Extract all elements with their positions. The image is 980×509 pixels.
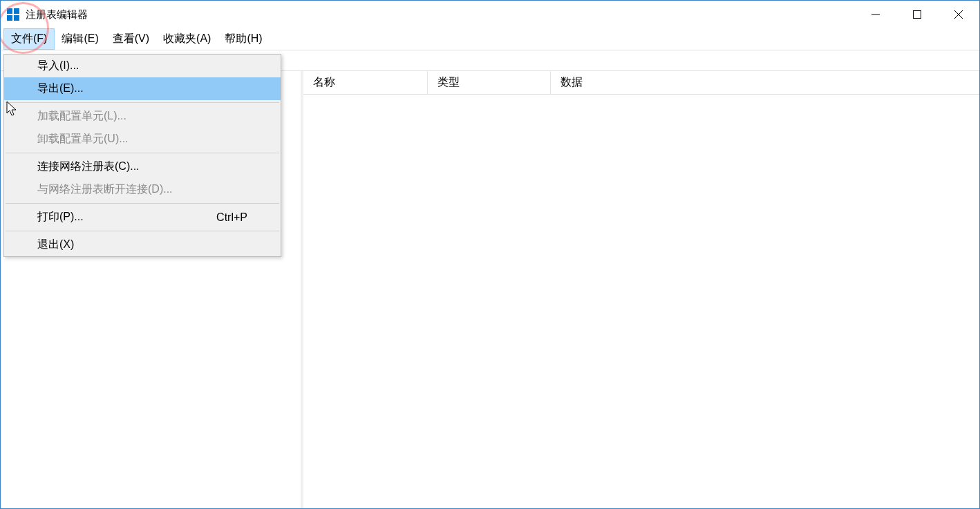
menubar: 文件(F) 编辑(E) 查看(V) 收藏夹(A) 帮助(H) [1, 28, 979, 50]
svg-rect-3 [14, 15, 19, 21]
menu-connect-network[interactable]: 连接网络注册表(C)... [4, 155, 281, 178]
menu-connect-network-label: 连接网络注册表(C)... [37, 160, 140, 174]
menu-export-label: 导出(E)... [37, 81, 84, 96]
close-button[interactable] [938, 1, 979, 28]
column-header-type[interactable]: 类型 [428, 71, 551, 94]
menu-separator [6, 231, 279, 231]
menu-separator [6, 102, 279, 103]
list-header: 名称 类型 数据 [303, 71, 979, 95]
menu-unload-hive: 卸载配置单元(U)... [4, 128, 281, 151]
menu-disconnect-network-label: 与网络注册表断开连接(D)... [37, 182, 173, 197]
menu-separator [6, 153, 279, 153]
menu-help[interactable]: 帮助(H) [218, 29, 269, 49]
file-dropdown-menu: 导入(I)... 导出(E)... 加载配置单元(L)... 卸载配置单元(U)… [3, 54, 281, 257]
menu-separator [6, 203, 279, 204]
column-header-data[interactable]: 数据 [551, 71, 862, 94]
menu-exit-label: 退出(X) [37, 238, 74, 252]
menu-print-shortcut: Ctrl+P [216, 211, 247, 224]
menu-unload-hive-label: 卸载配置单元(U)... [37, 132, 129, 146]
list-panel: 名称 类型 数据 [303, 71, 979, 508]
titlebar: 注册表编辑器 [1, 1, 979, 28]
menu-import-label: 导入(I)... [37, 59, 79, 73]
column-header-name[interactable]: 名称 [303, 71, 428, 94]
minimize-button[interactable] [855, 1, 896, 28]
svg-rect-2 [7, 15, 12, 21]
menu-view[interactable]: 查看(V) [106, 29, 156, 49]
window-title: 注册表编辑器 [26, 8, 855, 21]
menu-file[interactable]: 文件(F) [3, 28, 55, 50]
svg-rect-5 [914, 11, 921, 19]
menu-edit[interactable]: 编辑(E) [55, 29, 105, 49]
svg-rect-0 [7, 8, 12, 14]
maximize-button[interactable] [896, 1, 938, 28]
menu-load-hive: 加载配置单元(L)... [4, 105, 281, 128]
svg-rect-1 [14, 8, 19, 14]
menu-load-hive-label: 加载配置单元(L)... [37, 109, 126, 124]
menu-print[interactable]: 打印(P)... Ctrl+P [4, 206, 281, 229]
menu-favorites[interactable]: 收藏夹(A) [156, 29, 218, 49]
column-header-spacer [862, 71, 979, 94]
menu-import[interactable]: 导入(I)... [4, 55, 281, 77]
menu-exit[interactable]: 退出(X) [4, 233, 281, 256]
menu-print-label: 打印(P)... [37, 210, 84, 224]
app-icon [6, 8, 20, 21]
menu-export[interactable]: 导出(E)... [4, 77, 281, 100]
menu-disconnect-network: 与网络注册表断开连接(D)... [4, 178, 281, 201]
